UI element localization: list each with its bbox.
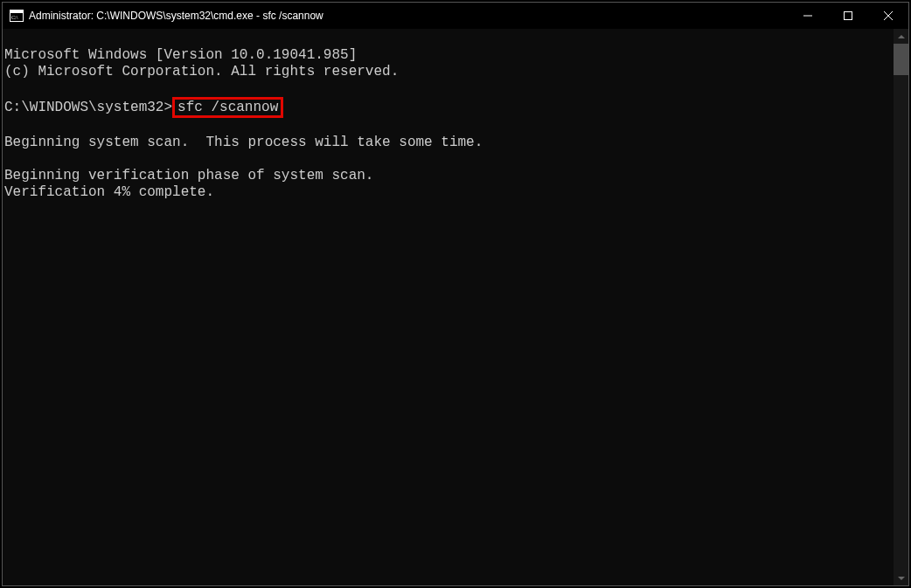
- window-controls: [788, 3, 908, 29]
- window-title: Administrator: C:\WINDOWS\system32\cmd.e…: [29, 10, 788, 22]
- scroll-down-arrow-icon[interactable]: [894, 571, 908, 585]
- svg-marker-7: [898, 35, 905, 38]
- close-button[interactable]: [868, 3, 908, 29]
- console-line: Beginning verification phase of system s…: [4, 168, 373, 183]
- cmd-window: C:\ Administrator: C:\WINDOWS\system32\c…: [2, 2, 909, 586]
- cmd-icon: C:\: [10, 9, 24, 23]
- command-highlight: sfc /scannow: [172, 97, 283, 118]
- console-output[interactable]: Microsoft Windows [Version 10.0.19041.98…: [3, 29, 894, 585]
- maximize-button[interactable]: [828, 3, 868, 29]
- console-prompt-line: C:\WINDOWS\system32>sfc /scannow: [4, 100, 283, 115]
- console-line: Verification 4% complete.: [4, 184, 214, 200]
- scroll-track[interactable]: [894, 44, 908, 571]
- svg-text:C:\: C:\: [11, 15, 18, 20]
- vertical-scrollbar[interactable]: [894, 29, 908, 585]
- scroll-thumb[interactable]: [894, 44, 908, 75]
- svg-rect-4: [845, 12, 852, 20]
- console-line: Beginning system scan. This process will…: [4, 135, 483, 150]
- scroll-up-arrow-icon[interactable]: [894, 29, 908, 44]
- minimize-button[interactable]: [788, 3, 828, 29]
- console-line: Microsoft Windows [Version 10.0.19041.98…: [4, 47, 357, 63]
- prompt-prefix: C:\WINDOWS\system32>: [4, 100, 172, 115]
- title-bar[interactable]: C:\ Administrator: C:\WINDOWS\system32\c…: [3, 3, 908, 29]
- svg-marker-8: [898, 577, 905, 580]
- console-line: (c) Microsoft Corporation. All rights re…: [4, 64, 399, 80]
- svg-rect-1: [10, 10, 23, 13]
